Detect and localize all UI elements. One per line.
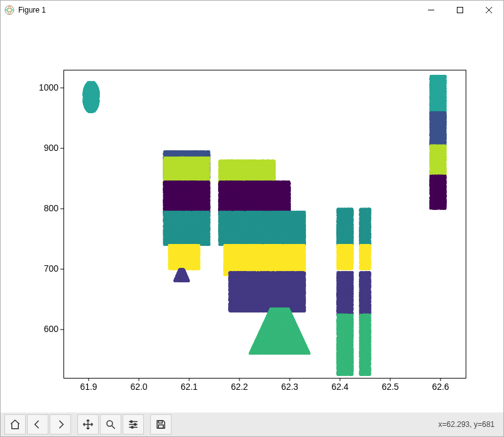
zoom-button[interactable]	[100, 414, 121, 434]
svg-point-3	[131, 421, 133, 423]
back-button[interactable]	[27, 414, 48, 434]
svg-rect-7	[158, 425, 163, 428]
scatter-plot[interactable]	[1, 19, 503, 412]
svg-rect-1	[457, 8, 463, 13]
svg-point-5	[131, 426, 133, 428]
svg-point-2	[107, 421, 112, 426]
configure-button[interactable]	[123, 414, 144, 434]
svg-point-0	[5, 6, 14, 14]
save-button[interactable]	[150, 414, 172, 434]
app-window: Figure 1	[0, 0, 504, 437]
svg-point-4	[134, 424, 136, 426]
title-bar: Figure 1	[1, 1, 503, 19]
pan-button[interactable]	[77, 414, 99, 434]
svg-rect-6	[158, 421, 162, 423]
app-icon	[4, 5, 14, 15]
cursor-coordinates: x=62.293, y=681	[439, 420, 500, 429]
minimize-button[interactable]	[417, 1, 446, 19]
maximize-button[interactable]	[446, 1, 474, 19]
window-title: Figure 1	[18, 6, 46, 14]
forward-button[interactable]	[50, 414, 71, 434]
home-button[interactable]	[4, 414, 26, 434]
figure-area	[1, 19, 503, 412]
close-button[interactable]	[474, 1, 503, 19]
navigation-toolbar: x=62.293, y=681	[1, 412, 503, 436]
